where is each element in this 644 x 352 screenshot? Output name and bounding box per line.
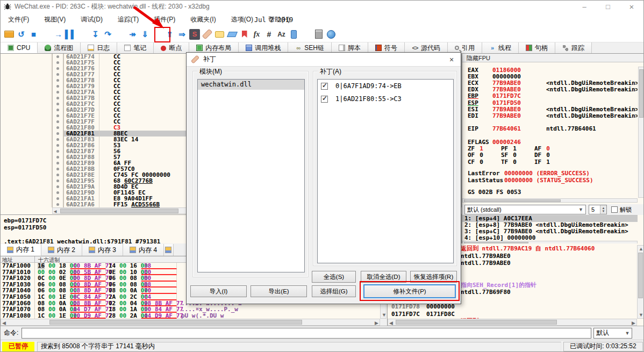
title-bar[interactable]: WeChat.exe - PID: 263C - 模块: wechatwin.d… [1, 1, 643, 12]
tab-breakpoints[interactable]: 断点 [154, 42, 189, 53]
breakpoint-dot[interactable] [56, 203, 59, 206]
breakpoint-dot[interactable] [56, 103, 59, 105]
select-all-button[interactable]: 全选(S) [312, 271, 356, 283]
run-icon[interactable]: → [52, 28, 65, 41]
flag[interactable]: SF0 [501, 152, 534, 158]
breakpoint-dot[interactable] [56, 150, 59, 153]
menu-trace[interactable]: 追踪(T) [115, 13, 146, 26]
registers-hscrollbar[interactable] [462, 198, 638, 203]
register-row[interactable]: EBX 00000000 [462, 73, 638, 80]
patch-dialog-titlebar[interactable]: 补丁 × [187, 53, 461, 67]
patch-list-item[interactable]: 1|6AD21F80:55->C3 [318, 92, 453, 105]
argument-row[interactable]: 3: [esp+C] 77B9ABE0 <ntdll.DbgUiRemoteBr… [462, 228, 638, 235]
breakpoint-dot[interactable] [56, 55, 59, 58]
breakpoint-dot[interactable] [56, 174, 59, 176]
open-file-icon[interactable] [3, 28, 15, 41]
dump-row[interactable]: 77AF1080 1C 00 1E 00 70 D9 AF 77 28 00 2… [1, 313, 387, 319]
flag[interactable]: OF0 [468, 152, 501, 158]
breakpoint-dot[interactable] [56, 197, 59, 200]
register-row[interactable]: EDX 77B9ABE0 <ntdll.DbgUiRemoteBreakin> [462, 87, 638, 93]
pause-icon[interactable]: ▌▌ [65, 28, 77, 41]
tab-log[interactable]: 日志 [81, 42, 117, 53]
export-button[interactable]: 导出(E) [251, 285, 307, 297]
menu-favourites[interactable]: 收藏夹(I) [187, 13, 223, 26]
tab-memory-map[interactable]: 内存布局 [189, 42, 239, 53]
step-over-icon[interactable]: ↷ [102, 28, 114, 41]
register-row[interactable] [462, 119, 638, 126]
tab-dump-4[interactable]: 内存 4 [123, 244, 164, 256]
case-icon[interactable]: Az [275, 28, 288, 41]
tab-trace[interactable]: 跟踪 [555, 42, 592, 53]
unlock-checkbox[interactable] [611, 206, 618, 213]
breakpoint-dot[interactable] [56, 67, 59, 70]
bookmark-icon[interactable] [238, 28, 251, 41]
select-group-button[interactable]: 选择组(G) [312, 285, 356, 297]
stack-vscrollbar[interactable]: ▲ ▼ [637, 245, 644, 319]
function-icon[interactable]: fx [251, 28, 263, 41]
register-row[interactable]: ESP 0171FD50 [462, 99, 638, 106]
stop-icon[interactable]: ■ [27, 28, 40, 41]
module-list[interactable]: wechatwin.dll [197, 79, 305, 272]
restart-icon[interactable]: ↺ [15, 28, 27, 41]
register-row[interactable]: ESI 77B9ABE0 <ntdll.DbgUiRemoteBreakin> [462, 106, 638, 112]
strings-icon[interactable]: S [189, 29, 200, 40]
run-until-user-icon[interactable]: ⇒ [176, 28, 188, 41]
patch-icon[interactable] [201, 28, 213, 41]
register-row[interactable] [462, 132, 638, 139]
tab-graph[interactable]: 流程图 [38, 42, 81, 53]
command-profile-select[interactable]: 默认▼ [593, 328, 632, 339]
breakpoint-dot[interactable] [56, 162, 59, 164]
argument-count-spinner[interactable]: 5 ▲▼ [589, 205, 607, 214]
argument-row[interactable]: 2: [esp+8] 77B9ABE0 <ntdll.DbgUiRemoteBr… [462, 222, 638, 228]
tab-dump-5[interactable] [164, 244, 174, 256]
tab-dump-2[interactable]: 内存 2 [41, 244, 82, 256]
flag[interactable]: ZF1 [468, 145, 501, 152]
register-row[interactable]: ECX 77B9ABE0 <ntdll.DbgUiRemoteBreakin> [462, 80, 638, 86]
stack-row[interactable]: 0171FD7C 0171FD8C [388, 311, 636, 318]
register-row[interactable]: EIP 77B64061 ntdll.77B64061 [462, 126, 638, 132]
breakpoint-dot[interactable] [56, 156, 59, 159]
patch-list[interactable]: 0|6A7F1AD9:74->EB 1|6AD21F80:55->C3 [317, 79, 454, 263]
menu-file[interactable]: 文件(F) [5, 13, 37, 26]
flag[interactable]: CF0 [468, 159, 501, 165]
flag[interactable]: IF1 [534, 159, 588, 165]
patch-list-item[interactable]: 0|6A7F1AD9:74->EB [318, 80, 453, 92]
breakpoint-dot[interactable] [56, 109, 59, 111]
breakpoint-dot[interactable] [56, 120, 59, 123]
execute-till-return-icon[interactable]: ↠ [126, 28, 139, 41]
breakpoint-dot[interactable] [56, 97, 59, 99]
maximize-button[interactable]: □ [596, 1, 620, 12]
label-icon[interactable] [226, 28, 238, 41]
calculator-icon[interactable] [312, 28, 325, 41]
registers-vscrollbar[interactable] [638, 67, 644, 198]
tab-handles[interactable]: 句柄 [519, 42, 555, 53]
breakpoint-dot[interactable] [56, 185, 59, 188]
breakpoint-dot[interactable] [56, 85, 59, 88]
patch-file-button[interactable]: 修补文件(P) [363, 284, 456, 298]
spinner-arrows-icon[interactable]: ▲▼ [600, 205, 606, 214]
run-to-user-code-icon[interactable]: ⇓ [139, 28, 151, 41]
import-button[interactable]: 导入(I) [190, 285, 247, 297]
flag[interactable]: TF0 [501, 159, 534, 165]
tab-seh[interactable]: ∞ SEH链 [288, 42, 332, 53]
calling-convention-select[interactable]: 默认 (stdcall)▼ [464, 205, 586, 214]
flag[interactable]: PF1 [501, 145, 534, 152]
argument-row[interactable]: 1: [esp+4] A0C17EEA [462, 215, 638, 222]
tab-symbols[interactable]: 符号 [368, 42, 405, 53]
breakpoint-dot[interactable] [56, 79, 59, 82]
patch-checkbox[interactable] [321, 96, 328, 103]
command-input[interactable] [22, 328, 591, 339]
breakpoint-dot[interactable] [56, 168, 59, 170]
breakpoint-dot[interactable] [56, 91, 59, 94]
tab-threads[interactable]: » 线程 [482, 42, 519, 53]
stack-row[interactable]: 0171FD78 00000000 [388, 303, 636, 311]
breakpoint-dot[interactable] [56, 138, 59, 141]
tab-dump-1[interactable]: 内存 1 [1, 244, 41, 256]
breakpoint-dot[interactable] [56, 114, 59, 117]
register-row[interactable]: EFLAGS 00000246 [462, 139, 638, 145]
flag[interactable]: DF0 [534, 152, 588, 158]
register-row[interactable]: EBP 0171FD7C [462, 93, 638, 99]
comment-icon[interactable] [213, 28, 226, 41]
menu-plugins[interactable]: 插件(P) [151, 13, 183, 26]
module-list-item[interactable]: wechatwin.dll [198, 80, 304, 90]
